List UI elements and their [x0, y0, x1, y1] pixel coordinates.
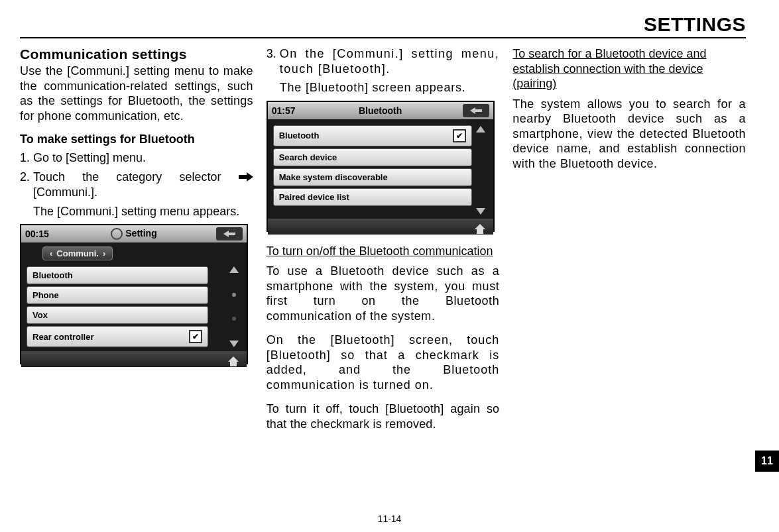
turn-onoff-p2: On the [Bluetooth] screen, touch [Blueto…: [267, 333, 500, 392]
checkbox-checked-icon: ✔: [453, 129, 466, 142]
row-bluetooth[interactable]: Bluetooth: [27, 266, 208, 284]
back-arrow-icon: [223, 231, 229, 237]
row-rear-controller[interactable]: Rear controller ✔: [27, 326, 208, 347]
bt-settings-heading: To make settings for Bluetooth: [20, 133, 253, 146]
comm-settings-intro: Use the [Communi.] setting menu to make …: [20, 64, 253, 123]
scroll-up-icon: [229, 266, 239, 273]
home-icon[interactable]: [475, 224, 485, 229]
row-search-device[interactable]: Search device: [273, 148, 472, 166]
row-paired-list[interactable]: Paired device list: [273, 188, 472, 206]
step-2-text-b: [Communi.].: [33, 186, 97, 199]
screen1-title: Setting: [21, 228, 247, 240]
screen1-bottom-bar: [21, 351, 247, 367]
screenshot-setting-menu: 00:15 Setting ‹ Communi. › Bluetooth: [20, 224, 248, 364]
checkbox-checked-icon: ✔: [189, 330, 202, 343]
turn-onoff-p3: To turn it off, touch [Bluetooth] again …: [267, 401, 500, 431]
column-3: To search for a Bluetooth device and est…: [512, 46, 746, 441]
screen2-time: 01:57: [272, 105, 296, 116]
step-2-text-a: Touch the category selector: [33, 170, 239, 184]
scrollbar[interactable]: [228, 266, 240, 347]
step-3: On the [Communi.] setting menu, touch [B…: [280, 46, 500, 95]
arrow-right-icon: [239, 170, 253, 186]
screen2-bottom-bar: [268, 219, 493, 235]
page-number: 11-14: [0, 513, 779, 524]
scroll-down-icon: [229, 341, 239, 347]
home-icon[interactable]: [228, 356, 239, 362]
svg-marker-0: [239, 172, 253, 182]
chevron-right-icon: ›: [103, 248, 105, 258]
back-button[interactable]: [463, 104, 489, 117]
search-device-p1: The system allows you to search for a ne…: [512, 97, 746, 172]
scroll-up-icon: [476, 126, 485, 133]
category-selector-communi[interactable]: ‹ Communi. ›: [42, 246, 113, 260]
column-2: On the [Communi.] setting menu, touch [B…: [267, 46, 500, 441]
back-arrow-icon: [470, 107, 475, 114]
chevron-left-icon: ‹: [50, 248, 52, 258]
scroll-down-icon: [476, 208, 485, 215]
turn-onoff-p1: To use a Bluetooth device such as a smar…: [267, 264, 500, 323]
step-1: Go to [Setting] menu.: [33, 150, 253, 166]
gear-icon: [111, 228, 123, 240]
chapter-tab: 11: [755, 451, 779, 472]
column-1: Communication settings Use the [Communi.…: [20, 46, 253, 441]
screenshot-bluetooth-menu: 01:57 Bluetooth Bluetooth ✔ Search devic…: [267, 101, 495, 232]
scrollbar[interactable]: [475, 126, 487, 215]
search-device-heading: To search for a Bluetooth device and est…: [512, 46, 746, 91]
step-2-sub: The [Communi.] setting menu appears.: [33, 204, 253, 219]
row-make-discoverable[interactable]: Make system discoverable: [273, 168, 472, 186]
page-title: SETTINGS: [20, 13, 746, 38]
comm-settings-heading: Communication settings: [20, 46, 253, 62]
row-phone[interactable]: Phone: [27, 286, 208, 304]
row-vox[interactable]: Vox: [27, 306, 208, 324]
back-button[interactable]: [216, 227, 243, 240]
row-bluetooth-toggle[interactable]: Bluetooth ✔: [273, 125, 472, 146]
turn-onoff-heading: To turn on/off the Bluetooth communicati…: [267, 244, 500, 259]
step-2: Touch the category selector [Communi.]. …: [33, 170, 253, 219]
screen2-topbar: 01:57 Bluetooth: [268, 102, 493, 119]
screen2-title: Bluetooth: [268, 105, 493, 116]
screen1-time: 00:15: [25, 229, 49, 239]
screen1-topbar: 00:15 Setting: [21, 225, 247, 242]
step-3-sub: The [Bluetooth] screen appears.: [280, 80, 500, 95]
